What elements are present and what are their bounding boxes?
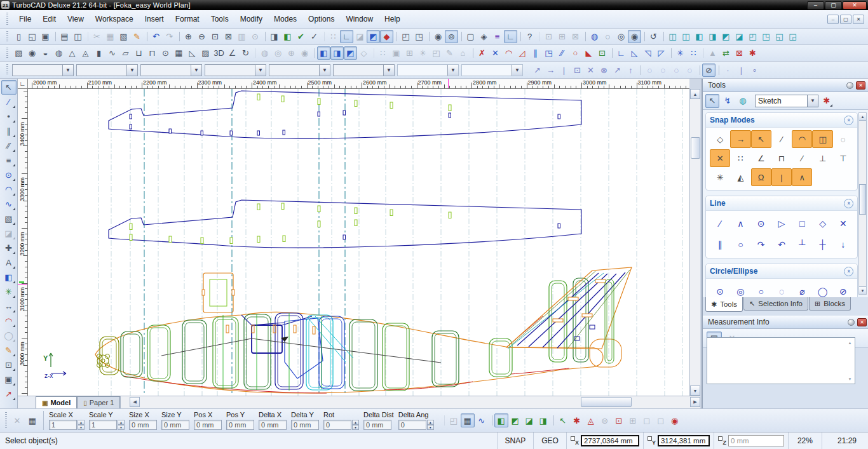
t-meet-icon[interactable]: ✕	[489, 46, 502, 60]
inspector-field-value[interactable]: 0 mm	[129, 420, 157, 430]
palette-tab[interactable]: ↖Selection Info	[743, 297, 808, 311]
x-coordinate-value[interactable]: 2737,0364 mm	[581, 435, 639, 446]
line-tool-icon[interactable]: ∕	[1, 95, 17, 109]
drawing-canvas[interactable]: Y z-x	[28, 89, 689, 396]
z-coordinate-value[interactable]: 0 mm	[728, 435, 784, 446]
boolean-union-icon[interactable]: ◧	[317, 46, 330, 60]
node-edit-icon[interactable]: ⊡	[595, 46, 609, 60]
pin-icon[interactable]	[846, 82, 853, 89]
render-draft-icon[interactable]: ◎	[614, 30, 628, 43]
line-segment-icon[interactable]: ∕	[710, 213, 730, 233]
snap-degree-icon[interactable]: ∙	[721, 64, 735, 77]
save-palette-icon[interactable]: ◨	[268, 30, 281, 43]
spinner-down-icon[interactable]: ▼	[427, 425, 434, 430]
scroll-down-icon[interactable]: ▼	[846, 375, 854, 383]
radial-array-icon[interactable]: ✳	[416, 46, 430, 60]
paste-workplane-icon[interactable]: ◳	[412, 30, 426, 43]
slab-3d-icon[interactable]: ▱	[119, 46, 132, 60]
inspector-field-value[interactable]: 0 mm	[291, 420, 319, 430]
save-icon[interactable]: ▣	[39, 30, 52, 43]
render-toggle-icon[interactable]: ⊚	[445, 30, 458, 43]
view-rotate-icon[interactable]: ↺	[647, 30, 660, 43]
circle-inscribed-icon[interactable]: ⊘	[833, 281, 853, 297]
point-grid-icon[interactable]: ∷	[327, 30, 340, 43]
snap-tangent-mode[interactable]: ∕	[792, 149, 812, 167]
shaded-sphere-3d-icon[interactable]: ◍	[52, 46, 65, 60]
rosette-icon[interactable]: ✱	[746, 46, 759, 60]
snap-distance-icon[interactable]: ∘	[748, 64, 761, 77]
scroll-up-icon[interactable]: ▲	[859, 113, 866, 121]
render-hidden-icon[interactable]: ◌	[601, 30, 614, 43]
snap-circle-q2-icon[interactable]: ◌	[656, 64, 670, 77]
close-icon[interactable]: ✕	[856, 81, 865, 90]
sheet-tab[interactable]: ▣Model	[36, 396, 77, 408]
line-tangent-arc-icon[interactable]: ↷	[751, 234, 771, 254]
select-tool-icon[interactable]: ↖	[1, 80, 17, 95]
chevron-down-icon[interactable]: ▼	[255, 65, 266, 76]
circle-tool-icon[interactable]: ⊙	[1, 168, 17, 182]
menu-item[interactable]: Workspace	[90, 12, 139, 26]
inspector-field-value[interactable]: 1	[89, 420, 117, 430]
ghost-icon[interactable]: ⊚	[598, 413, 612, 427]
snap-horizontal-mode[interactable]: ⊤	[833, 149, 853, 167]
snap-magnetic-mode[interactable]: Ω	[751, 168, 771, 186]
extrude-icon[interactable]: ◇	[357, 46, 370, 60]
angle-dim-icon[interactable]: ∠	[226, 46, 239, 60]
palette-scrollbar[interactable]: ▲ ▼	[858, 112, 867, 295]
spinner-up-icon[interactable]: ▲	[118, 420, 125, 425]
snap-midpoint-mode[interactable]: ∕	[771, 130, 792, 148]
collapse-chevron-icon[interactable]: «	[844, 199, 853, 208]
inspector-table-icon[interactable]: ▦	[25, 413, 39, 427]
menu-item[interactable]: Insert	[139, 12, 170, 26]
print-icon[interactable]: ▤	[58, 30, 71, 43]
plot-box-icon[interactable]: ⊠	[733, 46, 746, 60]
vertical-scroll-thumb[interactable]	[691, 137, 700, 159]
inspector-field-value[interactable]: 0	[398, 420, 426, 430]
view-iso-sw-icon[interactable]: ◲	[786, 30, 799, 43]
snap-modes-header[interactable]: Snap Modes «	[706, 113, 857, 128]
line-polygon-icon[interactable]: ⊙	[751, 213, 771, 233]
surface-3d-icon[interactable]: ▨	[199, 46, 212, 60]
offset-icon[interactable]: ∥	[529, 46, 542, 60]
chevron-down-icon[interactable]: ▼	[319, 65, 330, 76]
cone-3d-icon[interactable]: △	[65, 46, 79, 60]
menu-item[interactable]: Help	[379, 12, 406, 26]
vertical-ruler[interactable]: 3400 mm3300 mm3200 mm3100 mm3000 mm2900 …	[18, 89, 28, 396]
undo-icon[interactable]: ↶	[149, 30, 163, 43]
view-iso-nw-icon[interactable]: ◳	[759, 30, 773, 43]
disc-3d-icon[interactable]: ⊙	[159, 46, 172, 60]
cp-coords-icon[interactable]: ◪	[522, 413, 536, 427]
cup-3d-icon[interactable]: ⊓	[146, 46, 159, 60]
circle-tangent-diameter-icon[interactable]: ⌀	[792, 281, 812, 297]
running-snap-icon[interactable]: ↗	[531, 64, 544, 77]
view-right-icon[interactable]: ◨	[706, 30, 719, 43]
pen-edit-icon[interactable]: ✎	[443, 46, 456, 60]
boolean-intersect-icon[interactable]: ◩	[344, 46, 357, 60]
x-coordinate[interactable]: X 2737,0364 mm	[566, 432, 643, 449]
close-button[interactable]: ✕	[843, 1, 867, 10]
spline-tool-icon[interactable]: ∿	[1, 197, 17, 211]
line-irregular-polygon-icon[interactable]: ▷	[771, 213, 792, 233]
new-file-icon[interactable]: ▯	[12, 30, 25, 43]
view-iso-se-icon[interactable]: ◱	[773, 30, 786, 43]
inspector-field-value[interactable]: 0 mm	[363, 420, 391, 430]
select-fence-icon[interactable]: ⊡	[542, 30, 555, 43]
format-painter-icon[interactable]: ✎	[130, 30, 144, 43]
measurement-info-header[interactable]: Measurement Info ✕	[703, 316, 868, 329]
menu-item[interactable]: Format	[170, 12, 205, 26]
snap-intersection-mode[interactable]: ✕	[710, 149, 730, 167]
spinner-down-icon[interactable]: ▼	[78, 425, 85, 430]
title-bar[interactable]: 21 TurboCAD Deluxe 21.2 64-bit - [Foka_e…	[0, 0, 868, 10]
property-combo[interactable]: ▼	[397, 64, 459, 76]
snap-rubber-stamp-mode[interactable]: ◭	[730, 168, 750, 186]
axis-lock-icon[interactable]: ∟	[504, 30, 517, 43]
box-a-icon[interactable]: ◻	[640, 413, 654, 427]
line-perp-to-line-icon[interactable]: ┴	[792, 234, 812, 254]
snap-aerial-icon[interactable]: ✳	[674, 46, 687, 60]
mdi-close-button[interactable]: ✕	[853, 15, 864, 24]
box-tool-icon[interactable]: ▧	[1, 211, 17, 226]
linear-array-icon[interactable]: ∷	[376, 46, 390, 60]
rect-array-icon[interactable]: ⊞	[403, 46, 416, 60]
workplane-icon[interactable]: ∟	[340, 30, 353, 43]
spinner-down-icon[interactable]: ▼	[352, 425, 359, 430]
